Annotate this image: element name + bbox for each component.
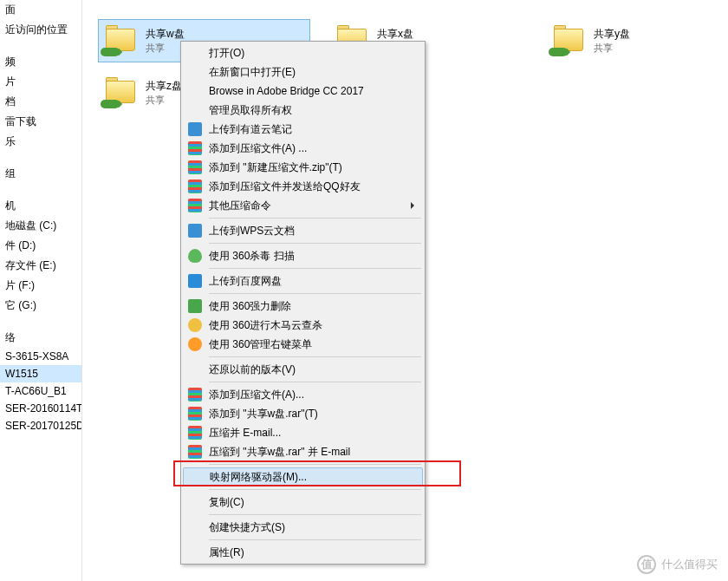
menu-separator (209, 293, 421, 294)
folder-name: 共享x盘 (377, 28, 413, 42)
sidebar-item[interactable]: 络 (0, 328, 81, 348)
sidebar-item[interactable]: 地磁盘 (C:) (0, 216, 81, 236)
menu-separator (209, 243, 421, 244)
360-scan-icon (188, 318, 202, 332)
submenu-arrow-icon (411, 202, 414, 209)
menu-separator (209, 514, 421, 515)
menu-restore-previous[interactable]: 还原以前的版本(V) (183, 360, 423, 379)
menu-upload-baidu[interactable]: 上传到百度网盘 (183, 271, 423, 290)
context-menu: 打开(O) 在新窗口中打开(E) Browse in Adobe Bridge … (180, 41, 426, 565)
menu-upload-wps[interactable]: 上传到WPS云文档 (183, 221, 423, 240)
archive-icon (188, 199, 202, 212)
sidebar-item[interactable]: 它 (G:) (0, 296, 81, 316)
watermark-text: 什么值得买 (661, 557, 718, 572)
rar-icon (188, 445, 202, 459)
menu-properties[interactable]: 属性(R) (183, 543, 423, 562)
menu-separator (209, 539, 421, 540)
sidebar-item[interactable]: T-AC66U_B1 (0, 382, 81, 400)
archive-icon (188, 141, 202, 155)
menu-separator (209, 489, 421, 490)
360-manage-icon (188, 337, 202, 351)
sidebar: 面 近访问的位置 频 片 档 雷下载 乐 组 机 地磁盘 (C:) 件 (D:)… (0, 0, 82, 581)
menu-scan-360[interactable]: 使用 360杀毒 扫描 (183, 246, 423, 265)
menu-create-shortcut[interactable]: 创建快捷方式(S) (183, 518, 423, 537)
menu-force-delete[interactable]: 使用 360强力删除 (183, 297, 423, 316)
youdao-icon (188, 122, 202, 136)
360-icon (188, 299, 202, 313)
sidebar-item[interactable]: 组 (0, 164, 81, 184)
wps-icon (188, 224, 202, 238)
folder-sub: 共享 (146, 42, 185, 54)
menu-open-new-window[interactable]: 在新窗口中打开(E) (183, 62, 423, 82)
menu-compress-email[interactable]: 压缩并 E-mail... (183, 423, 423, 442)
menu-open[interactable]: 打开(O) (183, 43, 423, 62)
menu-add-rar[interactable]: 添加到 "共享w盘.rar"(T) (183, 404, 423, 423)
sidebar-item-selected[interactable]: W1515 (0, 365, 81, 382)
sidebar-item[interactable]: SER-20160114TZ (0, 400, 81, 417)
cloud-icon (188, 274, 202, 288)
sidebar-item[interactable]: 片 (F:) (0, 276, 81, 296)
menu-separator (209, 464, 421, 465)
sidebar-item[interactable]: 频 (0, 52, 81, 72)
menu-separator (209, 382, 421, 382)
rar-icon (188, 388, 202, 401)
folder-shared-z[interactable]: 共享z盘 共享 (98, 71, 185, 114)
sidebar-item[interactable]: 机 (0, 196, 81, 216)
archive-icon (188, 180, 202, 193)
folder-sub: 共享 (146, 94, 182, 106)
shared-folder-icon (101, 23, 142, 58)
menu-add-archive-2[interactable]: 添加到压缩文件(A)... (183, 385, 423, 404)
sidebar-item[interactable]: 近访问的位置 (0, 20, 81, 40)
menu-browse-bridge[interactable]: Browse in Adobe Bridge CC 2017 (183, 82, 423, 101)
sidebar-item[interactable]: 乐 (0, 132, 81, 152)
menu-separator (209, 356, 421, 357)
folder-name: 共享y盘 (594, 28, 630, 42)
menu-upload-youdao[interactable]: 上传到有道云笔记 (183, 120, 423, 139)
menu-add-zip[interactable]: 添加到 "新建压缩文件.zip"(T) (183, 158, 423, 177)
menu-other-compress[interactable]: 其他压缩命令 (183, 196, 423, 215)
menu-add-send-qq[interactable]: 添加到压缩文件并发送给QQ好友 (183, 177, 423, 196)
menu-admin-ownership[interactable]: 管理员取得所有权 (183, 101, 423, 120)
sidebar-item[interactable]: 片 (0, 72, 81, 92)
shared-folder-icon (549, 23, 590, 58)
sidebar-item[interactable]: SER-20170125DC (0, 417, 81, 434)
folder-sub-top: 共享 (143, 0, 162, 4)
rar-icon (188, 407, 202, 421)
folder-name: 共享z盘 (146, 80, 182, 94)
shield-icon (188, 249, 202, 263)
sidebar-item[interactable]: 面 (0, 0, 81, 20)
sidebar-item[interactable]: 存文件 (E:) (0, 256, 81, 276)
menu-separator (209, 268, 421, 269)
sidebar-item[interactable]: 件 (D:) (0, 236, 81, 256)
menu-separator (209, 218, 421, 219)
menu-trojan-scan[interactable]: 使用 360进行木马云查杀 (183, 316, 423, 335)
archive-icon (188, 160, 202, 174)
folder-sub: 共享 (594, 42, 630, 54)
menu-copy[interactable]: 复制(C) (183, 493, 423, 512)
menu-map-network-drive[interactable]: 映射网络驱动器(M)... (183, 467, 423, 486)
folder-name: 共享w盘 (146, 28, 185, 42)
rar-icon (188, 426, 202, 440)
sidebar-item[interactable]: S-3615-XS8A (0, 348, 81, 365)
menu-add-archive[interactable]: 添加到压缩文件(A) ... (183, 139, 423, 158)
sidebar-item[interactable]: 档 (0, 92, 81, 112)
menu-compress-rar-email[interactable]: 压缩到 "共享w盘.rar" 并 E-mail (183, 442, 423, 461)
sidebar-item[interactable]: 雷下载 (0, 112, 81, 132)
menu-manage-context[interactable]: 使用 360管理右键菜单 (183, 335, 423, 354)
watermark-icon: 值 (637, 555, 656, 574)
watermark: 值 什么值得买 (637, 555, 718, 574)
shared-folder-icon (101, 75, 142, 110)
folder-shared-y[interactable]: 共享y盘 共享 (546, 19, 728, 62)
